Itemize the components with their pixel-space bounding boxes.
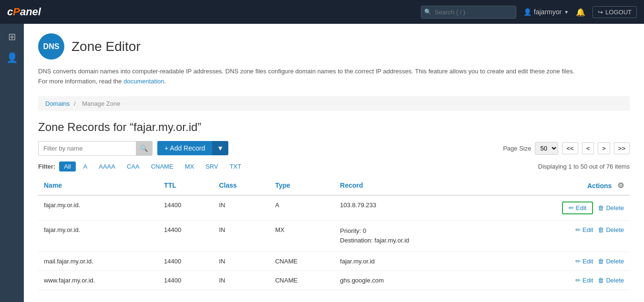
trash-icon: 🗑 [598, 277, 604, 284]
pagination-prev-button[interactable]: < [582, 142, 594, 154]
filter-left: 🔍 + Add Record ▼ [38, 141, 228, 156]
row-ttl: 14400 [158, 195, 213, 221]
col-record: Record [334, 176, 489, 195]
table-row: fajar.my.or.id. 14400 IN A 103.8.79.233 … [38, 195, 630, 221]
edit-button[interactable]: ✏ Edit [575, 277, 593, 284]
records-table: Name TTL Class Type Record Actions ⚙ faj… [38, 176, 630, 291]
row-class: IN [214, 195, 270, 221]
breadcrumb-separator: / [74, 100, 76, 107]
row-type: CNAME [269, 271, 334, 290]
table-header-row: Name TTL Class Type Record Actions ⚙ [38, 176, 630, 195]
breadcrumb-current: Manage Zone [82, 100, 120, 107]
filter-label: Filter: [38, 163, 55, 170]
row-name: fajar.my.or.id. [38, 195, 158, 221]
action-buttons: ✏ Edit 🗑 Delete [495, 226, 624, 233]
row-record: 103.8.79.233 [334, 195, 489, 221]
filter-tag-cname[interactable]: CNAME [147, 161, 177, 171]
filter-right: Page Size 50 << < > >> [503, 142, 630, 155]
user-menu[interactable]: 👤 fajarmyor ▼ [523, 8, 569, 16]
table-row: mail.fajar.my.or.id. 14400 IN CNAME faja… [38, 252, 630, 271]
trash-icon: 🗑 [598, 204, 604, 211]
filter-tag-srv[interactable]: SRV [202, 161, 222, 171]
col-actions: Actions ⚙ [489, 176, 630, 195]
action-buttons: ✏ Edit 🗑 Delete [495, 201, 624, 214]
row-name: mail.fajar.my.or.id. [38, 252, 158, 271]
pagination-first-button[interactable]: << [562, 142, 578, 154]
edit-button-highlighted[interactable]: ✏ Edit [562, 201, 593, 214]
filter-tag-caa[interactable]: CAA [123, 161, 143, 171]
row-record: fajar.my.or.id [334, 252, 489, 271]
dns-icon[interactable]: DNS [38, 33, 64, 60]
row-ttl: 14400 [158, 252, 213, 271]
navbar-left: cPanel [7, 6, 41, 18]
col-type: Type [269, 176, 334, 195]
row-class: IN [214, 252, 270, 271]
row-ttl: 14400 [158, 220, 213, 252]
filter-tag-all[interactable]: All [59, 161, 75, 171]
filter-tag-a[interactable]: A [80, 161, 92, 171]
documentation-link[interactable]: documentation [123, 78, 164, 85]
gear-icon[interactable]: ⚙ [617, 181, 624, 190]
display-info: Displaying 1 to 50 out of 76 items [538, 163, 630, 170]
sidebar: ⊞ 👤 [0, 24, 24, 302]
navbar-right: 👤 fajarmyor ▼ 🔔 ↪ LOGOUT [421, 6, 637, 19]
edit-button[interactable]: ✏ Edit [575, 258, 593, 265]
trash-icon: 🗑 [598, 226, 604, 233]
filter-tag-txt[interactable]: TXT [226, 161, 245, 171]
row-record: ghs.google.com [334, 271, 489, 290]
search-input[interactable] [421, 6, 516, 19]
logout-button[interactable]: ↪ LOGOUT [593, 6, 637, 18]
delete-button[interactable]: 🗑 Delete [598, 226, 624, 233]
filter-input[interactable] [38, 141, 153, 156]
page-description: DNS converts domain names into computer-… [38, 67, 630, 87]
table-row: www.fajar.my.or.id. 14400 IN CNAME ghs.g… [38, 271, 630, 290]
page-header: DNS Zone Editor [38, 33, 630, 60]
type-filter-left: Filter: All A AAAA CAA CNAME MX SRV TXT [38, 161, 245, 171]
page-title: Zone Editor [72, 39, 141, 54]
row-class: IN [214, 271, 270, 290]
navbar: cPanel 👤 fajarmyor ▼ 🔔 ↪ LOGOUT [0, 0, 644, 24]
search-wrapper [421, 6, 516, 19]
edit-button[interactable]: ✏ Edit [575, 226, 593, 233]
pagination-last-button[interactable]: >> [614, 142, 630, 154]
delete-button[interactable]: 🗑 Delete [598, 277, 624, 284]
col-class: Class [214, 176, 270, 195]
action-buttons: ✏ Edit 🗑 Delete [495, 258, 624, 265]
filter-tag-aaaa[interactable]: AAAA [95, 161, 119, 171]
filter-input-wrap: 🔍 [38, 141, 153, 156]
filter-search-button[interactable]: 🔍 [136, 141, 153, 156]
row-type: A [269, 195, 334, 221]
breadcrumb-domains[interactable]: Domains [45, 100, 70, 107]
chevron-down-icon: ▼ [217, 144, 224, 152]
bell-icon[interactable]: 🔔 [576, 8, 585, 17]
breadcrumb: Domains / Manage Zone [38, 96, 630, 111]
add-record-dropdown-button[interactable]: ▼ [212, 141, 228, 155]
row-type: MX [269, 220, 334, 252]
row-name: www.fajar.my.or.id. [38, 271, 158, 290]
pencil-icon: ✏ [575, 277, 581, 284]
chevron-down-icon: ▼ [564, 10, 569, 15]
pagination-next-button[interactable]: > [598, 142, 610, 154]
row-actions: ✏ Edit 🗑 Delete [489, 195, 630, 221]
delete-button[interactable]: 🗑 Delete [598, 204, 624, 211]
add-record-button[interactable]: + Add Record [157, 141, 212, 155]
sidebar-grid-icon[interactable]: ⊞ [8, 31, 16, 42]
row-class: IN [214, 220, 270, 252]
row-type: CNAME [269, 252, 334, 271]
add-record-wrap: + Add Record ▼ [157, 141, 228, 155]
username: fajarmyor [534, 8, 562, 16]
filter-tag-mx[interactable]: MX [181, 161, 198, 171]
main-content: DNS Zone Editor DNS converts domain name… [24, 24, 644, 302]
col-ttl: TTL [158, 176, 213, 195]
sidebar-users-icon[interactable]: 👤 [6, 52, 18, 63]
delete-button[interactable]: 🗑 Delete [598, 258, 624, 265]
action-buttons: ✏ Edit 🗑 Delete [495, 277, 624, 284]
page-size-select[interactable]: 50 [535, 142, 558, 155]
type-filter: Filter: All A AAAA CAA CNAME MX SRV TXT … [38, 161, 630, 171]
pencil-icon: ✏ [575, 258, 581, 265]
record-detail: Priority: 0 Destination: fajar.my.or.id [340, 226, 483, 246]
filter-bar: 🔍 + Add Record ▼ Page Size 50 << < > >> [38, 141, 630, 156]
table-row: fajar.my.or.id. 14400 IN MX Priority: 0 … [38, 220, 630, 252]
search-icon: 🔍 [140, 145, 148, 152]
pencil-icon: ✏ [575, 226, 581, 233]
